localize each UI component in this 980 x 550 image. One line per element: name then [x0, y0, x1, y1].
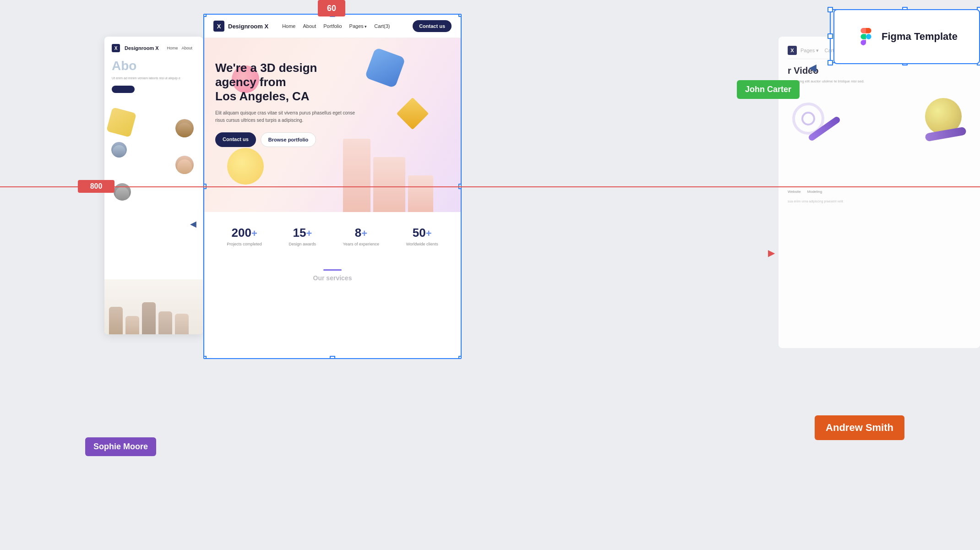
lp-navbar: X Designroom X Home About: [112, 44, 196, 52]
mn-contact-button[interactable]: Contact us: [413, 20, 452, 32]
ruler-top-marker: 60: [318, 0, 345, 16]
rp-labels-row: Website Modeling: [788, 190, 971, 194]
andrew-smith-label: Andrew Smith: [815, 415, 904, 440]
hero-title: We're a 3D design agency from Los Angele…: [215, 61, 362, 104]
services-title: Our services: [213, 274, 452, 282]
mf-handle-br: [458, 356, 462, 359]
pedestal-2: [373, 157, 405, 212]
figma-template-box: Figma Template: [833, 9, 980, 64]
lp-person-3: [175, 156, 194, 174]
stat-awards: 15+ Design awards: [289, 226, 316, 246]
stat-awards-label: Design awards: [289, 242, 316, 246]
mf-handle-tr: [458, 14, 462, 17]
john-carter-label: John Carter: [737, 80, 800, 99]
stat-clients: 50+ Worldwide clients: [406, 226, 438, 246]
mn-nav-home[interactable]: Home: [282, 23, 295, 29]
mf-handle-bm: [330, 356, 335, 359]
blue-cube-shape: [365, 47, 406, 88]
lp-arrow-icon: ◀: [190, 219, 196, 229]
mn-nav-cart[interactable]: Cart(3): [374, 23, 390, 29]
ruler-horizontal-line: [0, 186, 980, 187]
mn-logo: X: [213, 21, 224, 32]
lp-yellow-cube: [106, 107, 136, 137]
hero-description: Elit aliquam quisque cras vitae sit vive…: [215, 109, 362, 124]
main-navbar: X Designroom X Home About Portfolio Page…: [204, 15, 461, 38]
pedestal-3: [408, 175, 433, 212]
stat-projects: 200+ Projects completed: [227, 226, 262, 246]
handle-ml: [828, 33, 833, 39]
stat-experience-label: Years of experience: [343, 242, 379, 246]
canvas: 60 800 Figma Template ◀: [0, 0, 980, 550]
rp-arrow-icon: ▶: [768, 247, 775, 258]
browse-portfolio-button[interactable]: Browse portfolio: [261, 132, 316, 147]
services-line: [323, 269, 342, 271]
hero-buttons: Contact us Browse portfolio: [215, 132, 362, 147]
lp-person-1: [175, 119, 194, 137]
handle-bl: [828, 60, 833, 65]
mf-handle-tl: [203, 14, 207, 17]
figma-logo-icon: [856, 27, 876, 47]
mn-nav-pages[interactable]: Pages: [349, 23, 367, 29]
lp-nav-home: Home: [167, 46, 178, 50]
pedestals-group: [343, 139, 433, 212]
lp-logo: X: [112, 44, 120, 52]
lp-body-text: Ut enim ad minim veniam laboris nisi ut …: [112, 76, 196, 81]
stat-experience: 8+ Years of experience: [343, 226, 379, 246]
rp-website-label: Website: [788, 190, 801, 194]
hero-section: We're a 3D design agency from Los Angele…: [204, 38, 461, 212]
rp-modeling-label: Modeling: [807, 190, 822, 194]
contact-us-button[interactable]: Contact us: [215, 132, 256, 147]
pedestal-1: [343, 139, 370, 212]
handle-tl: [828, 7, 833, 12]
yellow-blob-shape: [227, 148, 264, 185]
stat-projects-label: Projects completed: [227, 242, 262, 246]
rp-tools-area: [788, 93, 971, 185]
mn-brand: Designroom X: [228, 23, 268, 30]
services-section: Our services: [204, 260, 461, 291]
rp-small-text: sua enim urna adipiscing praesent velit: [788, 199, 971, 204]
rp-body-text: adipiscing elit auctor utolme te tristqu…: [788, 79, 971, 84]
yellow-diamond-shape: [397, 98, 429, 130]
lp-about-heading: Abo: [112, 59, 196, 73]
right-panel-preview: X Pages ▾ Cart(3) Contact us r Video adi…: [779, 37, 980, 348]
figma-template-title: Figma Template: [882, 31, 958, 43]
left-panel-preview: X Designroom X Home About Abo Ut enim ad…: [104, 37, 203, 334]
lp-brand: Designroom X: [125, 45, 159, 51]
hero-content: We're a 3D design agency from Los Angele…: [215, 61, 362, 147]
ruler-left-marker: 800: [78, 180, 114, 193]
lp-bottom-image: [104, 279, 203, 334]
lp-nav-about: About: [182, 46, 193, 50]
mn-nav-about[interactable]: About: [303, 23, 316, 29]
lp-person-4: [114, 183, 131, 201]
lp-nav: Home About: [167, 46, 193, 50]
stat-clients-label: Worldwide clients: [406, 242, 438, 246]
lp-btn: [112, 86, 135, 93]
rp-logo: X: [788, 46, 797, 55]
mf-handle-bl: [203, 356, 207, 359]
figma-arrow-icon: ◀: [809, 62, 817, 74]
lp-person-2: [111, 142, 127, 158]
stats-section: 200+ Projects completed 15+ Design award…: [204, 212, 461, 260]
sophie-moore-label: Sophie Moore: [85, 437, 156, 456]
mn-nav: Home About Portfolio Pages Cart(3): [282, 23, 413, 29]
mn-nav-portfolio[interactable]: Portfolio: [323, 23, 342, 29]
